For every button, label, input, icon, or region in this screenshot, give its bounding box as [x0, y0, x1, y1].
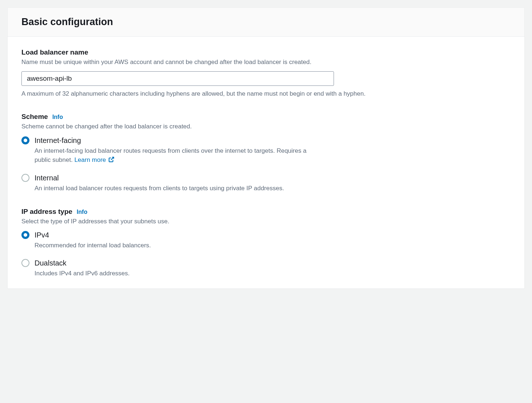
ip-type-ipv4-label: IPv4 — [35, 230, 311, 240]
radio-content: Internet-facing An internet-facing load … — [35, 136, 311, 165]
basic-configuration-panel: Basic configuration Load balancer name N… — [7, 7, 525, 289]
scheme-group: Scheme Info Scheme cannot be changed aft… — [21, 113, 511, 193]
scheme-internet-facing-label: Internet-facing — [35, 136, 311, 145]
scheme-label-row: Scheme Info — [21, 113, 511, 121]
ip-type-label-row: IP address type Info — [21, 208, 511, 216]
radio-icon — [21, 259, 29, 267]
scheme-option-internet-facing[interactable]: Internet-facing An internet-facing load … — [21, 136, 511, 165]
radio-content: Dualstack Includes IPv4 and IPv6 address… — [35, 258, 311, 278]
lb-name-description: Name must be unique within your AWS acco… — [21, 58, 511, 67]
ip-type-label: IP address type — [21, 208, 72, 216]
radio-icon — [21, 231, 29, 239]
panel-body: Load balancer name Name must be unique w… — [8, 37, 524, 288]
panel-header: Basic configuration — [8, 8, 524, 37]
scheme-internet-facing-description: An internet-facing load balancer routes … — [35, 147, 311, 165]
scheme-label: Scheme — [21, 113, 48, 121]
scheme-option-internal[interactable]: Internal An internal load balancer route… — [21, 173, 511, 193]
scheme-internal-label: Internal — [35, 173, 311, 183]
ip-type-group: IP address type Info Select the type of … — [21, 208, 511, 278]
radio-content: Internal An internal load balancer route… — [35, 173, 311, 193]
ip-type-ipv4-description: Recommended for internal load balancers. — [35, 241, 311, 250]
ip-type-option-dualstack[interactable]: Dualstack Includes IPv4 and IPv6 address… — [21, 258, 511, 278]
lb-name-constraint: A maximum of 32 alphanumeric characters … — [21, 89, 511, 99]
scheme-info-link[interactable]: Info — [52, 114, 63, 120]
panel-title: Basic configuration — [21, 16, 511, 28]
scheme-description: Scheme cannot be changed after the load … — [21, 122, 511, 131]
radio-icon — [21, 174, 29, 182]
radio-icon — [21, 136, 29, 144]
lb-name-label: Load balancer name — [21, 48, 511, 56]
scheme-internal-description: An internal load balancer routes request… — [35, 184, 311, 193]
lb-name-input[interactable] — [21, 71, 334, 86]
ip-type-dualstack-description: Includes IPv4 and IPv6 addresses. — [35, 269, 311, 278]
radio-content: IPv4 Recommended for internal load balan… — [35, 230, 311, 250]
ip-type-dualstack-label: Dualstack — [35, 258, 311, 268]
lb-name-group: Load balancer name Name must be unique w… — [21, 48, 511, 98]
external-link-icon — [108, 156, 114, 165]
ip-type-description: Select the type of IP addresses that you… — [21, 217, 511, 226]
ip-type-info-link[interactable]: Info — [77, 209, 87, 215]
ip-type-option-ipv4[interactable]: IPv4 Recommended for internal load balan… — [21, 230, 511, 250]
learn-more-link[interactable]: Learn more — [74, 156, 115, 163]
